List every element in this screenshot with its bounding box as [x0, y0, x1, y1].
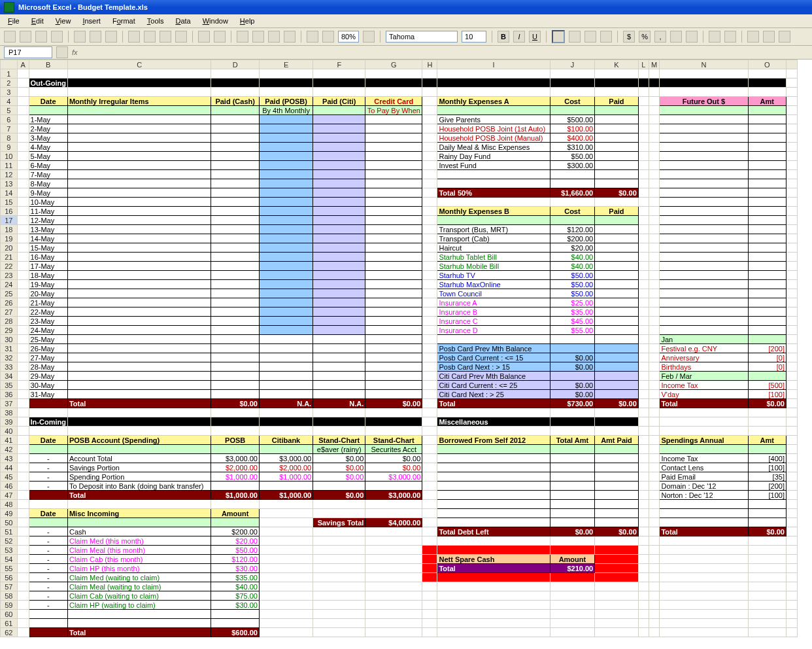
cell[interactable]: [17, 500, 29, 509]
cell[interactable]: [595, 307, 639, 317]
cell[interactable]: $0.00: [365, 399, 422, 408]
cell[interactable]: [595, 69, 639, 79]
row-header[interactable]: 43: [1, 454, 18, 463]
cell[interactable]: Insurance D: [437, 326, 550, 335]
cell[interactable]: Anniversary: [660, 353, 748, 362]
cell[interactable]: [67, 381, 211, 390]
cell[interactable]: [259, 298, 313, 307]
cell[interactable]: [786, 143, 797, 152]
cell[interactable]: [100]: [748, 390, 786, 399]
row-header[interactable]: 18: [1, 225, 18, 234]
cell[interactable]: Claim Meal (waiting to claim): [67, 582, 211, 591]
cell[interactable]: [211, 79, 260, 88]
cell[interactable]: [17, 601, 29, 610]
cell[interactable]: [313, 500, 365, 509]
cell[interactable]: -: [29, 601, 67, 610]
cell[interactable]: [437, 198, 550, 207]
cell[interactable]: [595, 362, 639, 372]
cell[interactable]: [638, 573, 649, 582]
cell[interactable]: [365, 198, 422, 207]
cell[interactable]: Date: [29, 97, 67, 106]
cell[interactable]: [550, 619, 595, 628]
cell[interactable]: $210.00: [550, 564, 595, 573]
cell[interactable]: [649, 289, 660, 298]
cell[interactable]: [67, 372, 211, 381]
cell[interactable]: [748, 326, 786, 335]
cell[interactable]: Out-Going: [29, 79, 67, 88]
cell[interactable]: [17, 353, 29, 362]
cell[interactable]: [748, 225, 786, 234]
cell[interactable]: [211, 106, 260, 115]
cell[interactable]: Town Council: [437, 289, 550, 298]
cell[interactable]: [211, 372, 260, 381]
cell[interactable]: [437, 610, 550, 619]
cell[interactable]: 3-May: [29, 133, 67, 143]
cell[interactable]: [17, 381, 29, 390]
cell[interactable]: [422, 97, 437, 106]
cell[interactable]: Starhub Tablet Bill: [437, 253, 550, 262]
cell[interactable]: [259, 289, 313, 298]
cell[interactable]: [748, 573, 786, 582]
cell[interactable]: [649, 390, 660, 399]
cell[interactable]: [550, 372, 595, 381]
cell[interactable]: 9-May: [29, 188, 67, 198]
cell[interactable]: $0.00: [748, 527, 786, 536]
cell[interactable]: $2,000.00: [259, 463, 313, 472]
cell[interactable]: [422, 216, 437, 225]
cell[interactable]: [437, 491, 550, 500]
copy-icon[interactable]: [144, 31, 156, 43]
cell[interactable]: [638, 546, 649, 555]
cell[interactable]: [211, 152, 260, 161]
row-header[interactable]: 10: [1, 152, 18, 161]
row-header[interactable]: 56: [1, 573, 18, 582]
cell[interactable]: [17, 362, 29, 372]
menu-bar[interactable]: File Edit View Insert Format Tools Data …: [0, 14, 812, 28]
cell[interactable]: [786, 509, 797, 518]
cell[interactable]: [595, 591, 639, 601]
cell[interactable]: [17, 216, 29, 225]
cell[interactable]: [200]: [748, 482, 786, 491]
cell[interactable]: [595, 344, 639, 353]
cell[interactable]: [638, 628, 649, 637]
cell[interactable]: [638, 69, 649, 79]
cell[interactable]: 25-May: [29, 335, 67, 344]
cell[interactable]: [365, 381, 422, 390]
cell[interactable]: 28-May: [29, 362, 67, 372]
cell[interactable]: [649, 427, 660, 436]
cell[interactable]: [649, 601, 660, 610]
cell[interactable]: [660, 546, 748, 555]
cell[interactable]: [748, 271, 786, 280]
cell[interactable]: [259, 307, 313, 317]
cell[interactable]: [649, 500, 660, 509]
cell[interactable]: Paid: [595, 207, 639, 216]
cell[interactable]: [422, 555, 437, 564]
row-header[interactable]: 51: [1, 527, 18, 536]
cell[interactable]: [437, 518, 550, 527]
cell[interactable]: [786, 454, 797, 463]
cell[interactable]: [638, 619, 649, 628]
cell[interactable]: [649, 298, 660, 307]
cell[interactable]: [67, 79, 211, 88]
cell[interactable]: [422, 509, 437, 518]
cell[interactable]: [649, 546, 660, 555]
cell[interactable]: [638, 591, 649, 601]
autosum-icon[interactable]: [252, 31, 264, 43]
cell[interactable]: [313, 161, 365, 170]
cell[interactable]: [649, 408, 660, 417]
cell[interactable]: [748, 234, 786, 243]
cell[interactable]: [259, 536, 313, 546]
cell[interactable]: [595, 582, 639, 591]
cell[interactable]: [422, 564, 437, 573]
cell[interactable]: [17, 445, 29, 454]
cell[interactable]: Birthdays: [660, 362, 748, 372]
cell[interactable]: [748, 335, 786, 344]
cell[interactable]: [595, 564, 639, 573]
cell[interactable]: [786, 225, 797, 234]
cell[interactable]: [638, 564, 649, 573]
cell[interactable]: [786, 591, 797, 601]
cell[interactable]: Citi Card Prev Mth Balance: [437, 372, 550, 381]
cell[interactable]: [211, 427, 260, 436]
cell[interactable]: [786, 564, 797, 573]
cell[interactable]: [422, 472, 437, 482]
cell[interactable]: [365, 262, 422, 271]
